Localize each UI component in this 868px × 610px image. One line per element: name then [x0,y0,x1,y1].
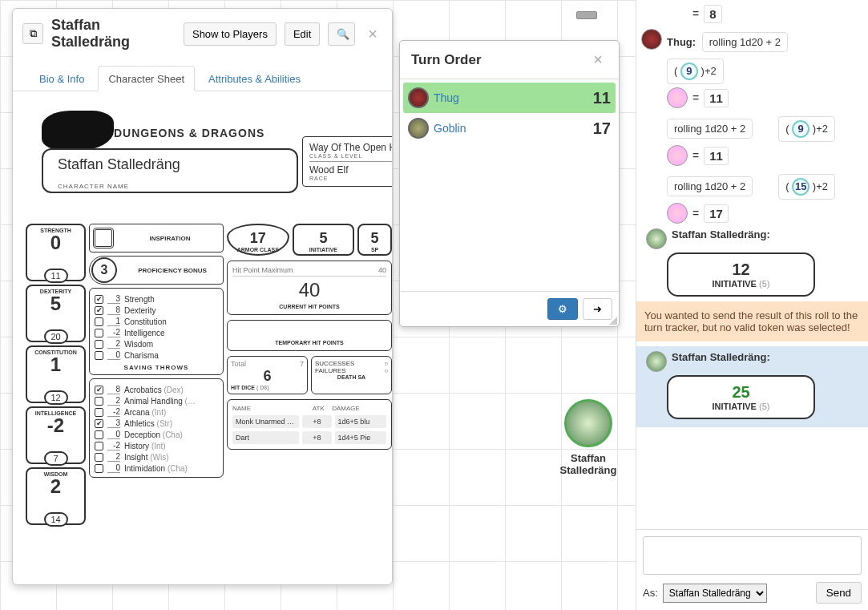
show-to-players-button[interactable]: Show to Players [184,22,277,46]
ability-strength[interactable]: STRENGTH011 [26,224,86,281]
dialog-tabs: Bio & Info Character Sheet Attributes & … [13,65,392,91]
ability-wisdom[interactable]: WISDOM214 [26,467,86,525]
skill-row[interactable]: -2History (Int) [95,440,218,451]
hp-current-value[interactable]: 40 [232,279,386,301]
attack-row[interactable]: Dart+81d4+5 Pie [231,430,388,446]
class-level-label: CLASS & LEVEL [309,153,392,159]
proficiency-box: 3 PROFICIENCY BONUS [89,256,224,285]
send-button[interactable]: Send [816,582,862,604]
race-label: RACE [309,176,392,181]
speak-as-select[interactable]: Staffan Stalledräng [663,584,767,603]
save-row[interactable]: 8Dexterity [95,305,218,316]
initiative-card: 12INITIATIVE (5) [667,252,815,297]
proficiency-label: PROFICIENCY BONUS [123,267,221,274]
class-level-value[interactable]: Way Of The Open Ha [309,142,392,153]
sheet-body: DUNGEONS & DRAGONS Staffan Stalledräng C… [13,91,392,584]
save-row[interactable]: 0Charisma [95,349,218,361]
token-icon [408,87,429,108]
avatar [667,203,688,224]
ability-intelligence[interactable]: INTELLIGENCE-27 [26,406,86,464]
warning-message: You wanted to send the result of this ro… [636,301,868,341]
tab-attributes[interactable]: Attributes & Abilities [198,66,311,91]
turn-order-title: Turn Order [411,52,482,68]
dialog-title: Staffan Stalledräng [51,17,176,50]
proficiency-bonus-value[interactable]: 3 [91,257,117,283]
speak-as-label: As: [643,587,658,599]
resize-handle[interactable] [609,317,617,325]
inspiration-label: INSPIRATION [120,235,220,242]
close-icon[interactable]: × [363,25,382,43]
token-avatar [564,399,612,447]
skill-row[interactable]: -2Arcana (Int) [95,406,218,418]
token-icon [408,118,429,139]
character-name-input[interactable]: Staffan Stalledräng [58,156,282,173]
skill-row[interactable]: 8Acrobatics (Dex) [95,384,218,395]
search-button[interactable]: 🔍 [328,22,355,46]
turn-order-panel[interactable]: Turn Order × Thug11Goblin17 ⚙ ➜ [399,40,620,327]
saves-label: SAVING THROWS [95,364,218,371]
popout-button[interactable]: ⧉ [22,23,43,44]
save-row[interactable]: 1Constitution [95,316,218,327]
character-dialog: ⧉ Staffan Stalledräng Show to Players Ed… [12,8,393,585]
avatar [646,351,667,372]
token-name: Staffan Stalledräng [541,452,636,476]
turn-row[interactable]: Thug11 [403,83,616,113]
tab-character-sheet[interactable]: Character Sheet [98,66,195,91]
temp-hp-box[interactable]: TEMPORARY HIT POINTS [227,320,392,351]
save-row[interactable]: 3Strength [95,293,218,305]
skills-box: 8Acrobatics (Dex)2Animal Handling (…-2Ar… [89,378,224,478]
attack-row[interactable]: Monk Unarmed …+81d6+5 blu [231,414,388,430]
turn-settings-button[interactable]: ⚙ [547,298,578,320]
hp-box: Hit Point Maximum40 40 CURRENT HIT POINT… [227,261,392,315]
death-saves-box[interactable]: SUCCESSES○ FAILURES○ DEATH SA [311,356,392,394]
turn-row[interactable]: Goblin17 [403,113,616,143]
saving-throws-box: 3Strength8Dexterity1Constitution-2Intell… [89,288,224,375]
dnd-logo-art [42,111,114,151]
name-banner: Staffan Stalledräng CHARACTER NAME [42,148,298,193]
hp-max-value[interactable]: 40 [378,266,386,274]
save-row[interactable]: -2Intelligence [95,327,218,338]
avatar [667,87,688,108]
avatar [646,228,667,249]
chat-input[interactable] [643,536,862,575]
initiative-card: 25INITIATIVE (5) [667,375,815,419]
zoom-slider[interactable] [581,0,592,21]
chat-log[interactable]: =8Thug: rolling 1d20 + 2( 9 )+2=11rollin… [636,0,868,529]
chat-sidebar: =8Thug: rolling 1d20 + 2( 9 )+2=11rollin… [636,0,868,610]
character-name-label: CHARACTER NAME [58,183,282,190]
edit-button[interactable]: Edit [285,22,320,46]
ability-dexterity[interactable]: DEXTERITY520 [26,285,86,342]
tab-bio[interactable]: Bio & Info [29,66,95,91]
attacks-box: NAMEATKDAMAGE Monk Unarmed …+81d6+5 bluD… [227,399,392,450]
avatar [667,145,688,166]
ability-constitution[interactable]: CONSTITUTION112 [26,345,86,403]
map-token[interactable]: Staffan Stalledräng [541,399,636,476]
inspiration-box[interactable]: INSPIRATION [89,224,224,252]
avatar [641,29,662,50]
speed-box[interactable]: 5 SP [357,224,392,256]
hit-dice-box[interactable]: Total7 6 HIT DICE ( D8) [227,356,308,394]
skill-row[interactable]: 0Deception (Cha) [95,429,218,440]
initiative-box[interactable]: 5 INITIATIVE [293,224,355,256]
skill-row[interactable]: 2Insight (Wis) [95,451,218,463]
race-value[interactable]: Wood Elf [309,164,392,176]
save-row[interactable]: 2Wisdom [95,338,218,349]
turn-order-close-icon[interactable]: × [588,50,608,69]
skill-row[interactable]: 0Intimidation (Cha) [95,463,218,474]
inspiration-toggle[interactable] [93,228,114,248]
skill-row[interactable]: 2Animal Handling (… [95,395,218,406]
next-turn-button[interactable]: ➜ [583,298,612,320]
armor-class-box[interactable]: 17 ARMOR CLASS [227,224,289,256]
dnd-logo-text: DUNGEONS & DRAGONS [114,127,264,139]
skill-row[interactable]: 3Athletics (Str) [95,418,218,429]
